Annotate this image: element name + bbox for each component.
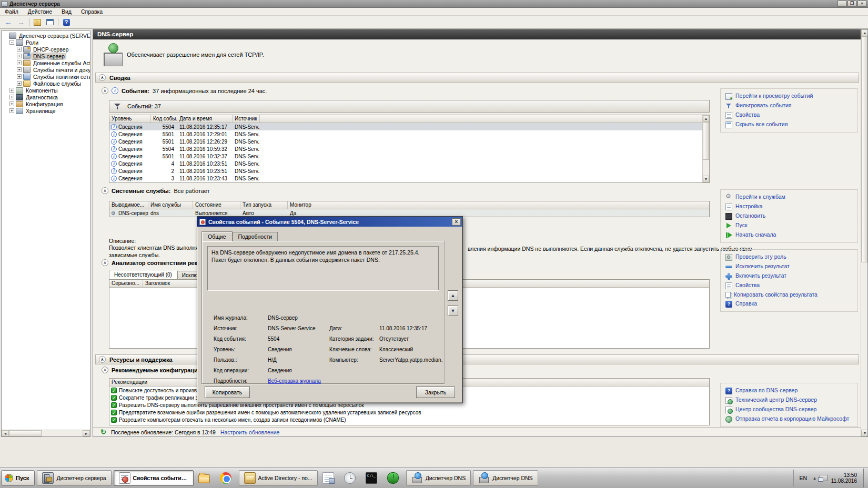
scroll-down-icon[interactable]: ▼ (703, 176, 709, 182)
events-vertical-scrollbar[interactable]: ▲ ▼ (702, 115, 709, 182)
action-link[interactable]: Начать сначала (725, 231, 855, 239)
tree-item[interactable]: + Файловые службы (2, 80, 90, 87)
tree-item[interactable]: + Конфигурация (2, 100, 90, 107)
tree-item[interactable]: + Доменные службы Active Dire (2, 59, 90, 66)
tree-item[interactable]: + Хранилище (2, 107, 90, 114)
tree-item[interactable]: + DHCP-сервер (2, 46, 90, 53)
recommendation-row[interactable]: Предотвратите возможные ошибки разрешени… (109, 409, 709, 416)
event-row[interactable]: Сведения 5504 11.08.2016 10:59:32 DNS-Se… (109, 145, 702, 152)
scroll-right-icon[interactable]: ► (83, 430, 90, 436)
console-window-button[interactable] (44, 17, 56, 27)
action-link[interactable]: Центр сообщества DNS-сервер (725, 406, 855, 413)
tree-item[interactable]: + DNS-сервер (2, 53, 90, 59)
tree-item[interactable]: Диспетчер сервера (SERVERYATPP) (2, 32, 90, 39)
export-button[interactable] (32, 17, 43, 27)
action-link[interactable]: Копировать свойства результата (725, 291, 855, 298)
tree-expander[interactable]: + (17, 54, 22, 58)
language-indicator[interactable]: EN (797, 474, 810, 482)
tree-item[interactable]: + Службы политики сети и дост (2, 73, 90, 80)
column-header[interactable]: Уровень (109, 115, 151, 123)
events-filter-bar[interactable]: Событий: 37 (109, 100, 710, 113)
close-button[interactable]: × (857, 1, 866, 7)
tree-item[interactable]: + Компоненты (2, 87, 90, 94)
column-header[interactable]: Тип запуска (240, 201, 288, 209)
taskbar-button[interactable] (385, 470, 404, 486)
tab-noncompliant[interactable]: Несоответствующий (0) (109, 270, 177, 279)
help-button[interactable] (60, 17, 72, 27)
tree-expander[interactable]: + (9, 88, 14, 93)
tree-item[interactable]: + Диагностика (2, 94, 90, 100)
action-link[interactable]: Свойства (725, 111, 855, 119)
scrollbar-thumb[interactable] (861, 36, 867, 262)
action-link[interactable]: Справка по DNS-сервер (725, 387, 855, 394)
action-link[interactable]: Перейти к просмотру событий (725, 93, 855, 100)
column-header[interactable]: Имя службы (148, 201, 193, 209)
taskbar-button[interactable] (217, 470, 237, 486)
scroll-up-icon[interactable]: ▲ (861, 29, 868, 36)
column-header[interactable]: Монитор (288, 201, 709, 209)
next-event-button[interactable]: ▼ (448, 306, 458, 316)
action-link[interactable]: Технический центр DNS-сервер (725, 396, 855, 404)
scroll-up-icon[interactable]: ▲ (703, 115, 709, 122)
menu-item[interactable]: Вид (57, 8, 76, 15)
event-row[interactable]: Сведения 5501 11.08.2016 10:32:37 DNS-Se… (109, 152, 702, 160)
event-row[interactable]: Сведения 5504 11.08.2016 12:35:17 DNS-Se… (109, 123, 702, 130)
taskbar-button[interactable]: Свойства событий... (114, 470, 194, 486)
tree-expander[interactable]: + (17, 60, 22, 65)
taskbar-button[interactable]: Диспетчер DNS (473, 470, 538, 486)
dialog-close-button[interactable]: × (452, 218, 461, 226)
taskbar-button[interactable] (341, 470, 361, 486)
action-link[interactable]: Пуск (725, 222, 855, 229)
recommendation-row[interactable]: Разрешите компьютерам отвечать на нескол… (109, 416, 709, 423)
event-row[interactable]: Сведения 5501 11.08.2016 12:26:29 DNS-Se… (109, 138, 702, 145)
tree-expander[interactable]: + (17, 47, 22, 52)
action-link[interactable]: Свойства (725, 282, 855, 289)
taskbar-clock[interactable]: 13:50 11.08.2016 (831, 472, 858, 484)
tree-expander[interactable]: + (17, 74, 22, 79)
previous-event-button[interactable]: ▲ (448, 290, 458, 301)
scroll-left-icon[interactable]: ◄ (2, 430, 9, 436)
tree-expander[interactable]: + (17, 81, 22, 86)
content-vertical-scrollbar[interactable]: ▲ ▼ (861, 29, 867, 436)
taskbar-button[interactable] (363, 470, 382, 486)
taskbar-button[interactable] (320, 470, 339, 486)
tray-expand-icon[interactable]: ▴ (813, 475, 816, 481)
network-tray-icon[interactable] (820, 475, 827, 481)
close-dialog-button[interactable]: Закрыть (416, 387, 455, 398)
event-row[interactable]: Сведения 5501 11.08.2016 12:29:01 DNS-Se… (109, 130, 702, 138)
action-link[interactable]: Справка (725, 300, 855, 308)
event-row[interactable]: Сведения 3 11.08.2016 10:23:43 DNS-Serv.… (109, 175, 702, 182)
action-link[interactable]: Перейти к службам (725, 194, 855, 201)
configure-refresh-link[interactable]: Настроить обновление (220, 429, 280, 435)
start-button[interactable]: Пуск (1, 470, 35, 486)
taskbar-button[interactable]: Диспетчер DNS (406, 470, 471, 486)
taskbar-button[interactable]: Active Directory - по... (239, 470, 318, 486)
action-link[interactable]: Отправка отчета в корпорацию Майкрософт (725, 415, 855, 423)
tree-expander[interactable]: + (9, 108, 14, 113)
tree-expander[interactable]: + (17, 67, 22, 72)
tree-expander[interactable]: + (9, 95, 14, 99)
collapse-chevron-icon[interactable] (99, 74, 106, 81)
service-row[interactable]: DNS-сервер dns Выполняется Авто Да (109, 209, 709, 217)
forward-button[interactable] (15, 17, 27, 27)
scrollbar-thumb[interactable] (703, 122, 709, 160)
action-link[interactable]: Исключить результат (725, 263, 855, 270)
tree-expander[interactable]: - (9, 40, 14, 45)
collapse-chevron-icon[interactable] (99, 356, 106, 363)
column-header[interactable]: Дата и время (177, 115, 233, 123)
tree-item[interactable]: + Службы печати и документов (2, 66, 90, 73)
column-header[interactable]: Состояние (193, 201, 240, 209)
minimize-button[interactable]: _ (837, 1, 846, 7)
collapse-chevron-icon[interactable] (102, 367, 108, 373)
event-row[interactable]: Сведения 4 11.08.2016 10:23:51 DNS-Serv.… (109, 160, 702, 167)
collapse-chevron-icon[interactable] (102, 259, 108, 266)
column-header[interactable]: Выводимое... (109, 201, 148, 209)
action-link[interactable]: Проверить эту роль (725, 253, 855, 261)
menu-item[interactable]: Действие (23, 8, 57, 15)
tab-general[interactable]: Общие (201, 231, 233, 241)
taskbar-button[interactable]: Диспетчер сервера (37, 470, 111, 486)
action-link[interactable]: Настройка (725, 203, 855, 210)
copy-button[interactable]: Копировать (205, 387, 250, 398)
menu-item[interactable]: Справка (76, 8, 107, 15)
action-link[interactable]: Включить результат (725, 272, 855, 280)
